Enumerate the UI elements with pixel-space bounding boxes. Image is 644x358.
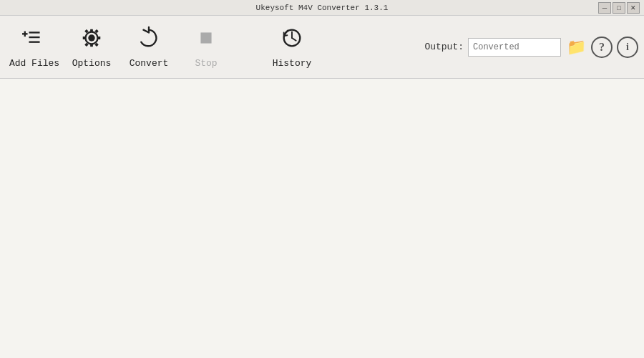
convert-button[interactable]: Convert bbox=[120, 19, 177, 76]
svg-rect-15 bbox=[200, 32, 211, 43]
close-button[interactable]: ✕ bbox=[627, 2, 640, 14]
svg-line-18 bbox=[292, 38, 296, 41]
stop-label: Stop bbox=[195, 58, 217, 69]
svg-rect-10 bbox=[83, 37, 86, 39]
title-bar: Ukeysoft M4V Converter 1.3.1 ─ □ ✕ bbox=[0, 0, 644, 16]
svg-point-5 bbox=[88, 34, 94, 41]
folder-icon: 📁 bbox=[567, 38, 586, 57]
main-content bbox=[0, 79, 644, 358]
window-title: Ukeysoft M4V Converter 1.3.1 bbox=[256, 4, 389, 12]
maximize-icon: □ bbox=[617, 4, 620, 11]
options-icon bbox=[79, 26, 104, 55]
info-icon: i bbox=[626, 42, 629, 53]
close-icon: ✕ bbox=[630, 4, 636, 11]
maximize-button[interactable]: □ bbox=[613, 2, 625, 14]
output-input[interactable] bbox=[468, 38, 561, 57]
window-controls: ─ □ ✕ bbox=[598, 2, 640, 14]
help-button[interactable]: ? bbox=[591, 37, 613, 58]
question-mark-icon: ? bbox=[599, 41, 605, 54]
svg-rect-9 bbox=[98, 37, 101, 39]
stop-button[interactable]: Stop bbox=[177, 19, 235, 76]
stop-icon bbox=[194, 26, 218, 55]
svg-rect-8 bbox=[90, 44, 93, 47]
folder-button[interactable]: 📁 bbox=[565, 38, 587, 57]
add-files-label: Add Files bbox=[9, 58, 59, 69]
options-button[interactable]: Options bbox=[63, 19, 120, 76]
options-label: Options bbox=[72, 58, 112, 69]
minimize-button[interactable]: ─ bbox=[598, 2, 611, 14]
add-files-button[interactable]: Add Files bbox=[6, 19, 63, 76]
info-button[interactable]: i bbox=[617, 37, 638, 58]
history-icon bbox=[280, 26, 304, 55]
output-label: Output: bbox=[424, 42, 464, 52]
toolbar: Add Files bbox=[0, 16, 644, 79]
history-button[interactable]: History bbox=[263, 19, 321, 76]
add-files-icon bbox=[22, 26, 47, 55]
minimize-icon: ─ bbox=[602, 4, 607, 11]
history-label: History bbox=[273, 58, 312, 69]
output-area: Output: 📁 ? i bbox=[424, 37, 638, 58]
svg-rect-7 bbox=[90, 29, 93, 32]
convert-label: Convert bbox=[130, 58, 169, 69]
convert-icon bbox=[137, 26, 161, 55]
